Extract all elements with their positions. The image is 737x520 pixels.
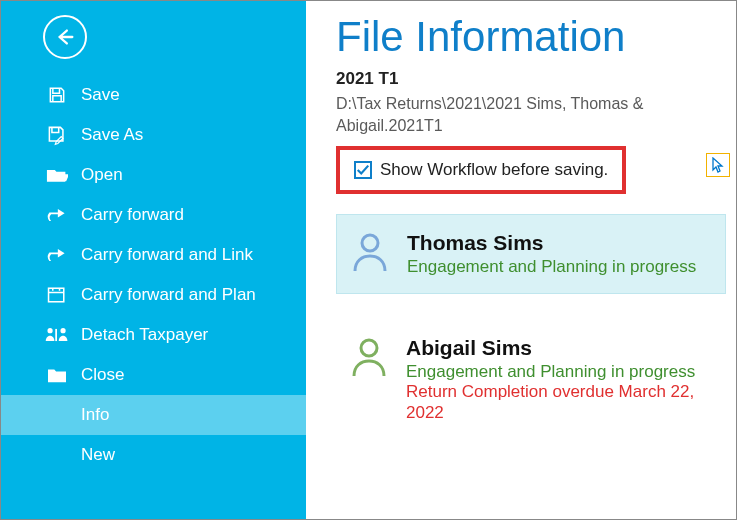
svg-rect-3 <box>55 329 57 341</box>
sidebar-menu: Save Save As Open Carry forward Carry fo <box>1 75 306 475</box>
person-card[interactable]: Thomas Sims Engagement and Planning in p… <box>336 214 726 294</box>
sidebar-item-carry-forward-plan[interactable]: Carry forward and Plan <box>1 275 306 315</box>
sidebar-item-label: Detach Taxpayer <box>81 325 208 345</box>
save-icon <box>43 85 71 105</box>
page-title: File Information <box>336 13 726 61</box>
sidebar-item-label: Save <box>81 85 120 105</box>
sidebar-item-label: Carry forward <box>81 205 184 225</box>
svg-point-1 <box>47 328 52 333</box>
sidebar: Save Save As Open Carry forward Carry fo <box>1 1 306 519</box>
sidebar-item-info[interactable]: Info <box>1 395 306 435</box>
avatar <box>348 336 390 378</box>
show-workflow-checkbox-row[interactable]: Show Workflow before saving. <box>354 160 608 180</box>
svg-point-5 <box>361 340 377 356</box>
person-name: Abigail Sims <box>406 336 720 360</box>
sidebar-item-label: Open <box>81 165 123 185</box>
sidebar-item-new[interactable]: New <box>1 435 306 475</box>
checkbox-icon <box>354 161 372 179</box>
detach-taxpayer-icon <box>43 325 71 345</box>
cursor-icon <box>711 157 725 173</box>
open-icon <box>43 165 71 185</box>
sidebar-item-label: Info <box>81 405 109 425</box>
svg-rect-0 <box>49 288 64 302</box>
carry-forward-link-icon <box>43 245 71 265</box>
main-panel: File Information 2021 T1 D:\Tax Returns\… <box>306 1 736 519</box>
sidebar-item-save[interactable]: Save <box>1 75 306 115</box>
sidebar-item-carry-forward[interactable]: Carry forward <box>1 195 306 235</box>
sidebar-item-open[interactable]: Open <box>1 155 306 195</box>
sidebar-item-detach-taxpayer[interactable]: Detach Taxpayer <box>1 315 306 355</box>
sidebar-item-label: New <box>81 445 115 465</box>
sidebar-item-label: Close <box>81 365 124 385</box>
person-card[interactable]: Abigail Sims Engagement and Planning in … <box>336 320 726 439</box>
file-path: D:\Tax Returns\2021\2021 Sims, Thomas & … <box>336 93 696 136</box>
back-button[interactable] <box>43 15 87 59</box>
carry-forward-icon <box>43 205 71 225</box>
file-year: 2021 T1 <box>336 69 726 89</box>
checkbox-label: Show Workflow before saving. <box>380 160 608 180</box>
svg-point-4 <box>362 235 378 251</box>
person-name: Thomas Sims <box>407 231 696 255</box>
person-status: Engagement and Planning in progress <box>406 362 720 382</box>
sidebar-item-label: Save As <box>81 125 143 145</box>
show-workflow-highlight: Show Workflow before saving. <box>336 146 626 194</box>
sidebar-item-close[interactable]: Close <box>1 355 306 395</box>
sidebar-item-label: Carry forward and Plan <box>81 285 256 305</box>
sidebar-item-carry-forward-link[interactable]: Carry forward and Link <box>1 235 306 275</box>
sidebar-item-label: Carry forward and Link <box>81 245 253 265</box>
close-folder-icon <box>43 365 71 385</box>
avatar <box>349 231 391 273</box>
person-warning: Return Completion overdue March 22, 2022 <box>406 382 720 423</box>
arrow-left-icon <box>54 26 76 48</box>
svg-point-2 <box>60 328 65 333</box>
carry-forward-plan-icon <box>43 285 71 305</box>
person-status: Engagement and Planning in progress <box>407 257 696 277</box>
person-info: Thomas Sims Engagement and Planning in p… <box>407 231 696 277</box>
cursor-badge <box>706 153 730 177</box>
save-as-icon <box>43 125 71 145</box>
sidebar-item-save-as[interactable]: Save As <box>1 115 306 155</box>
person-info: Abigail Sims Engagement and Planning in … <box>406 336 720 423</box>
